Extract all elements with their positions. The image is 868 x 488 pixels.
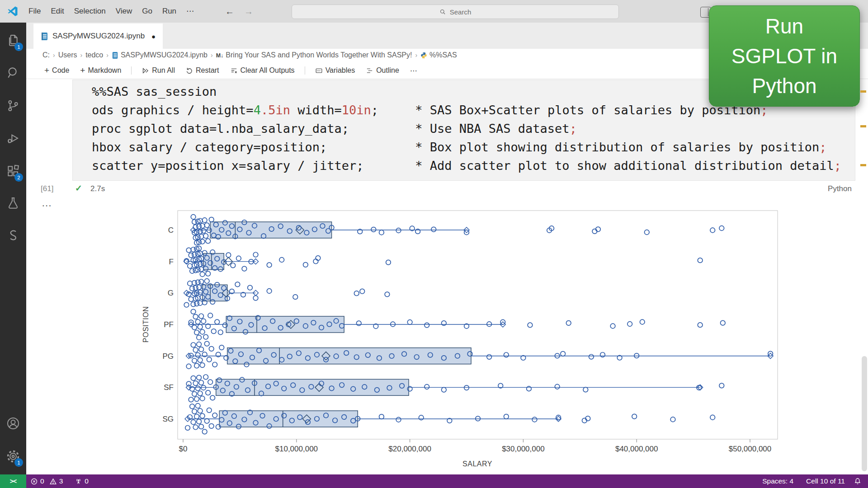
execution-success-icon: ✓ — [75, 183, 82, 193]
statusbar-right: Spaces: 4 Cell 10 of 11 — [758, 474, 868, 488]
breadcrumb-item[interactable]: M↓Bring Your SAS and Python Worlds Toget… — [216, 51, 412, 59]
svg-text:$20,000,000: $20,000,000 — [388, 445, 431, 453]
svg-text:G: G — [168, 289, 174, 297]
back-arrow-icon[interactable]: ← — [225, 6, 234, 17]
kernel-label[interactable]: Python — [828, 184, 852, 193]
execution-count: [61] — [41, 184, 53, 193]
problems-indicator[interactable]: 0 3 — [26, 474, 67, 488]
sas-boxplot-output: $0$10,000,000$20,000,000$30,000,000$40,0… — [135, 204, 784, 472]
remote-indicator[interactable]: >< — [0, 474, 26, 488]
variables-icon — [315, 67, 323, 75]
activity-bar: 1 2 1 — [0, 23, 26, 474]
clear-outputs-icon — [230, 67, 238, 75]
toolbar-more-button[interactable]: ⋯ — [406, 65, 422, 77]
overlay-line: Run — [765, 11, 803, 41]
menu-file[interactable]: File — [24, 0, 46, 23]
breadcrumb-separator: › — [415, 52, 417, 59]
toolbar-label: Run All — [152, 66, 175, 75]
breadcrumb-label: tedco — [85, 51, 103, 59]
ports-indicator[interactable]: 0 — [71, 474, 93, 488]
toolbar-variables-button[interactable]: Variables — [311, 65, 360, 76]
menu-run[interactable]: Run — [157, 0, 181, 23]
overlay-line: Python — [752, 71, 816, 101]
sidebar-item-sas[interactable] — [0, 222, 26, 249]
svg-text:SF: SF — [164, 383, 174, 392]
search-icon — [439, 9, 446, 15]
menu-selection[interactable]: Selection — [69, 0, 111, 23]
sidebar-item-explorer[interactable]: 1 — [0, 28, 26, 54]
vscode-window: { "window": { "menus": ["File","Edit","S… — [0, 0, 868, 488]
notebook-icon — [112, 52, 118, 59]
breadcrumb-label: SASPyMWSUG2024.ipynb — [121, 51, 208, 59]
run-all-icon — [142, 67, 149, 75]
svg-text:$50,000,000: $50,000,000 — [729, 445, 772, 453]
breadcrumb-separator: › — [106, 52, 108, 59]
warning-count: 3 — [59, 477, 63, 485]
breadcrumb-separator: › — [80, 52, 82, 59]
forward-arrow-icon[interactable]: → — [244, 6, 253, 17]
svg-text:SALARY: SALARY — [462, 460, 492, 468]
sidebar-item-source-control[interactable] — [0, 93, 26, 119]
toolbar-label: Variables — [326, 66, 355, 75]
scrollbar-thumb[interactable] — [862, 356, 867, 471]
sidebar-item-search[interactable] — [0, 60, 26, 86]
overview-ruler-warning-mark — [860, 90, 866, 93]
svg-text:PG: PG — [162, 352, 174, 361]
toolbar-separator — [131, 66, 132, 75]
sidebar-item-run-debug[interactable] — [0, 125, 26, 151]
breadcrumb-item[interactable]: SASPyMWSUG2024.ipynb — [112, 51, 208, 59]
breadcrumb-item[interactable]: Users — [58, 51, 77, 59]
menu-bar: FileEditSelectionViewGoRun⋯ — [24, 0, 199, 23]
search-placeholder: Search — [450, 8, 472, 16]
indent-indicator[interactable]: Spaces: 4 — [758, 474, 797, 488]
toolbar-clear-outputs-button[interactable]: Clear All Outputs — [226, 65, 299, 76]
warning-icon — [49, 478, 57, 485]
account-icon[interactable] — [0, 410, 26, 436]
cell-indicator[interactable]: Cell 10 of 11 — [802, 474, 849, 488]
tab-label: SASPyMWSUG2024.ipynb — [52, 32, 145, 41]
breadcrumb-separator: › — [211, 52, 213, 59]
outline-icon — [366, 67, 373, 75]
svg-text:$10,000,000: $10,000,000 — [275, 445, 318, 453]
toolbar-label: Restart — [196, 66, 219, 75]
error-count: 0 — [40, 477, 44, 485]
breadcrumb-item[interactable]: C: — [42, 51, 50, 59]
sidebar-item-testing[interactable] — [0, 190, 26, 216]
bell-icon[interactable] — [854, 477, 862, 485]
toolbar-markdown-button[interactable]: +Markdown — [75, 65, 126, 76]
svg-text:$30,000,000: $30,000,000 — [502, 445, 545, 453]
restart-icon — [186, 67, 193, 74]
breadcrumb-label: Bring Your SAS and Python Worlds Togethe… — [226, 51, 412, 59]
breadcrumb-label: %%SAS — [429, 51, 457, 59]
output-more-actions[interactable]: ⋯ — [42, 200, 52, 211]
extensions-badge: 2 — [14, 173, 23, 182]
toolbar-outline-button[interactable]: Outline — [361, 65, 404, 76]
svg-text:POSITION: POSITION — [142, 306, 150, 343]
toolbar-run-all-button[interactable]: Run All — [137, 65, 179, 76]
toolbar-label: Outline — [376, 66, 399, 75]
python-icon — [420, 52, 427, 59]
tab-notebook[interactable]: SASPyMWSUG2024.ipynb ● — [33, 23, 163, 49]
menu-more[interactable]: ⋯ — [181, 0, 199, 23]
svg-text:F: F — [169, 258, 174, 266]
menu-go[interactable]: Go — [137, 0, 157, 23]
run-debug-icon — [6, 131, 20, 145]
breadcrumb-item[interactable]: tedco — [85, 51, 103, 59]
breadcrumb-item[interactable]: %%SAS — [420, 51, 457, 59]
svg-text:$0: $0 — [179, 445, 188, 453]
broadcast-icon — [75, 478, 82, 485]
status-bar: >< 0 3 0 Spaces: 4 Cell 10 of 11 — [0, 474, 868, 488]
search-input[interactable]: Search — [292, 5, 619, 19]
toolbar-label: Clear All Outputs — [241, 66, 295, 75]
menu-view[interactable]: View — [111, 0, 137, 23]
sas-icon — [6, 228, 20, 243]
overview-ruler-warning-mark — [860, 164, 866, 166]
run-sgplot-annotation: Run SGPLOT in Python — [709, 5, 860, 107]
toolbar-code-button[interactable]: +Code — [40, 65, 74, 76]
toolbar-label: ⋯ — [410, 66, 417, 75]
menu-edit[interactable]: Edit — [46, 0, 69, 23]
tab-modified-dot[interactable]: ● — [151, 33, 156, 40]
toolbar-restart-button[interactable]: Restart — [181, 65, 224, 76]
sidebar-item-extensions[interactable]: 2 — [0, 158, 26, 184]
settings-gear-icon[interactable]: 1 — [0, 443, 26, 469]
